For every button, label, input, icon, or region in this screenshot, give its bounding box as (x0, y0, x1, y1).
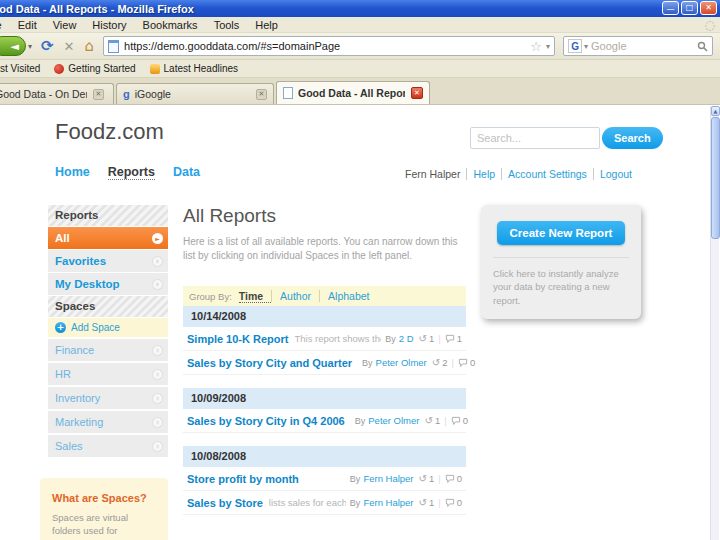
tab-close-icon[interactable]: ✕ (256, 89, 267, 100)
sidebar-item-hr[interactable]: HR › (48, 363, 168, 385)
account-settings-link[interactable]: Account Settings (501, 168, 593, 180)
date-group: 10/08/2008 Store profit by month By Fern… (183, 446, 466, 515)
report-row: Store profit by month By Fern Halper ↺ 1… (183, 467, 466, 491)
author-link[interactable]: 2 D (399, 333, 414, 344)
author-link[interactable]: Fern Halper (363, 473, 413, 484)
window-title: Good Data - All Reports - Mozilla Firefo… (0, 3, 194, 15)
address-bar[interactable]: ☆ ▾ (103, 36, 555, 56)
report-link[interactable]: Simple 10-K Report (187, 333, 288, 345)
brand-logo: Foodz.com (55, 119, 164, 145)
menu-bar: File Edit View History Bookmarks Tools H… (0, 17, 720, 33)
page-description: Here is a list of all available reports.… (183, 235, 459, 262)
chevron-icon: › (152, 417, 163, 428)
by-label: By (362, 358, 373, 368)
google-icon: G (568, 39, 582, 53)
minimize-icon[interactable]: — (662, 1, 679, 15)
app-search-button[interactable]: Search (602, 127, 663, 149)
chevron-icon: › (152, 279, 163, 290)
comments-icon (445, 498, 455, 508)
refresh-icon[interactable]: ⟳ (41, 37, 54, 55)
bookmark-star-icon[interactable]: ☆ (530, 39, 542, 54)
group-by-time[interactable]: Time (239, 290, 271, 303)
add-space-button[interactable]: + Add Space (48, 318, 168, 337)
author-link[interactable]: Peter Olmer (368, 415, 419, 426)
views-icon: ↺ (419, 497, 427, 508)
stop-icon[interactable]: ✕ (64, 39, 75, 54)
sidebar: Reports All ► Favorites › My Desktop › S… (48, 205, 168, 459)
page-content: Foodz.com Search Home Reports Data Fern … (0, 105, 720, 540)
logout-link[interactable]: Logout (593, 168, 638, 180)
sidebar-item-marketing[interactable]: Marketing › (48, 411, 168, 433)
report-link[interactable]: Sales by Story City and Quarter (187, 357, 352, 369)
tab-close-icon[interactable]: ✕ (93, 89, 104, 100)
search-engine-dropdown-icon[interactable]: ▾ (584, 42, 588, 51)
nav-home[interactable]: Home (55, 165, 90, 180)
report-link[interactable]: Sales by Store (187, 497, 263, 509)
author-link[interactable]: Peter Olmer (376, 357, 427, 368)
sidebar-item-favorites[interactable]: Favorites › (48, 250, 168, 272)
chevron-icon: › (152, 393, 163, 404)
author-link[interactable]: Fern Halper (363, 497, 413, 508)
create-new-report-button[interactable]: Create New Report (497, 221, 625, 245)
magnifier-icon[interactable] (697, 41, 708, 52)
nav-data[interactable]: Data (173, 165, 200, 180)
menu-history[interactable]: History (84, 19, 134, 31)
spaces-info-box: What are Spaces? Spaces are virtual fold… (40, 478, 168, 540)
chevron-icon: › (152, 256, 163, 267)
url-dropdown-icon[interactable]: ▾ (546, 42, 550, 51)
menu-tools[interactable]: Tools (206, 19, 248, 31)
bookmark-latest-headlines[interactable]: Latest Headlines (150, 63, 239, 74)
sidebar-item-sales[interactable]: Sales › (48, 435, 168, 457)
app-search-input[interactable] (470, 127, 600, 149)
nav-reports[interactable]: Reports (108, 165, 155, 180)
menu-bookmarks[interactable]: Bookmarks (135, 19, 206, 31)
group-by-alphabet[interactable]: Alphabet (319, 290, 377, 302)
comments-count: 0 (457, 473, 462, 484)
date-group: 10/09/2008 Sales by Story City in Q4 200… (183, 388, 466, 433)
home-icon[interactable]: ⌂ (85, 37, 95, 55)
bookmark-most-visited[interactable]: Most Visited (0, 63, 40, 74)
create-report-panel: Create New Report Click here to instantl… (481, 205, 641, 319)
sidebar-item-my-desktop[interactable]: My Desktop › (48, 273, 168, 295)
menu-edit[interactable]: Edit (10, 19, 45, 31)
back-dropdown-icon[interactable]: ▾ (28, 42, 32, 51)
arrow-right-icon: ► (152, 233, 163, 244)
views-icon: ↺ (432, 357, 440, 368)
menu-help[interactable]: Help (247, 19, 286, 31)
panel-divider (493, 257, 629, 258)
comments-icon (451, 416, 461, 426)
tab-igoogle[interactable]: g iGoogle ✕ (116, 83, 274, 104)
scrollbar-thumb[interactable] (711, 117, 720, 239)
scroll-up-icon[interactable]: ▲ (711, 106, 720, 116)
sidebar-item-finance[interactable]: Finance › (48, 339, 168, 361)
back-button[interactable]: ◄ (0, 36, 26, 56)
views-icon: ↺ (424, 415, 432, 426)
report-row: Simple 10-K Report This report shows the… (183, 327, 466, 351)
report-link[interactable]: Sales by Story City in Q4 2006 (187, 415, 345, 427)
tab-all-reports-active[interactable]: Good Data - All Reports ✕ (276, 81, 430, 104)
chevron-icon: › (152, 369, 163, 380)
getting-started-icon (54, 64, 64, 74)
sidebar-item-all[interactable]: All ► (48, 227, 168, 249)
bookmarks-bar: Most Visited Getting Started Latest Head… (0, 60, 720, 78)
tab-close-icon[interactable]: ✕ (411, 87, 423, 99)
browser-search-bar[interactable]: G ▾ (563, 36, 713, 56)
vertical-scrollbar[interactable]: ▲ (710, 106, 719, 540)
report-link[interactable]: Store profit by month (187, 473, 299, 485)
help-link[interactable]: Help (466, 168, 501, 180)
sidebar-header-spaces: Spaces (48, 296, 168, 317)
browser-search-input[interactable] (591, 40, 697, 52)
bookmark-getting-started[interactable]: Getting Started (54, 63, 135, 74)
group-by-bar: Group By: Time Author Alphabet (183, 286, 466, 306)
user-name: Fern Halper (405, 168, 466, 180)
tab-gooddata-home[interactable]: Good Data - On Demand Business Intell...… (0, 83, 114, 104)
menu-view[interactable]: View (45, 19, 85, 31)
by-label: By (385, 334, 396, 344)
group-by-author[interactable]: Author (271, 290, 319, 302)
views-count: 1 (435, 415, 440, 426)
url-input[interactable] (124, 40, 528, 52)
maximize-icon[interactable]: □ (681, 1, 698, 15)
menu-file[interactable]: File (0, 19, 10, 31)
sidebar-item-inventory[interactable]: Inventory › (48, 387, 168, 409)
close-icon[interactable]: ✕ (700, 1, 717, 15)
